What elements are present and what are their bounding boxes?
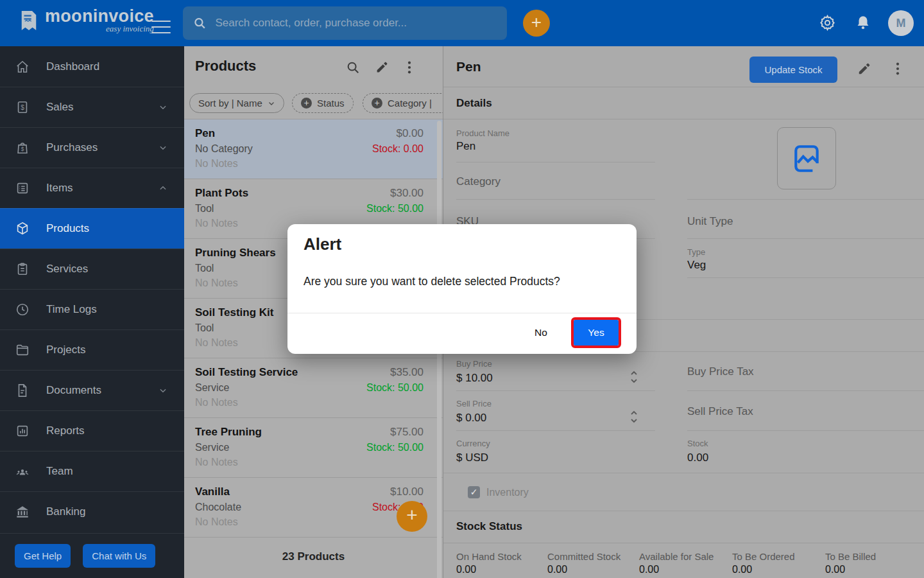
sidebar-item-items[interactable]: Items bbox=[0, 168, 184, 208]
product-name: Plant Pots bbox=[195, 187, 248, 200]
unit-type-field[interactable]: Unit Type bbox=[687, 215, 733, 228]
on-hand-stock-label: On Hand Stock bbox=[456, 551, 522, 562]
chevron-down-icon bbox=[158, 103, 167, 112]
search-icon bbox=[193, 16, 206, 30]
buy-price-value[interactable]: $ 10.00 bbox=[456, 372, 493, 385]
product-category: Chocolate bbox=[195, 502, 241, 513]
document-icon bbox=[15, 383, 30, 398]
sidebar-item-label: Team bbox=[46, 465, 73, 478]
product-row-soil-testing-service[interactable]: Soil Testing Service$35.00 ServiceStock:… bbox=[184, 358, 443, 418]
get-help-button[interactable]: Get Help bbox=[15, 544, 71, 568]
sidebar-item-projects[interactable]: Projects bbox=[0, 329, 184, 370]
status-filter-label: Status bbox=[317, 98, 345, 109]
mooninvoice-logo-icon bbox=[19, 10, 38, 31]
currency-value[interactable]: $ USD bbox=[456, 451, 488, 464]
product-name: Vanilla bbox=[195, 486, 230, 498]
sidebar-item-time-logs[interactable]: Time Logs bbox=[0, 289, 184, 329]
sidebar-item-services[interactable]: Services bbox=[0, 249, 184, 289]
alert-yes-button[interactable]: Yes bbox=[574, 320, 619, 346]
product-category: Service bbox=[195, 382, 229, 394]
sidebar-item-label: Documents bbox=[46, 384, 101, 397]
update-stock-button[interactable]: Update Stock bbox=[749, 57, 837, 83]
product-row-pen[interactable]: Pen$0.00 No CategoryStock: 0.00 No Notes bbox=[184, 119, 443, 179]
sidebar-item-label: Projects bbox=[46, 344, 85, 356]
svg-text:$: $ bbox=[21, 146, 24, 152]
list-edit-pencil-icon[interactable] bbox=[375, 60, 389, 74]
sell-price-value[interactable]: $ 0.00 bbox=[456, 412, 486, 425]
product-stock: Stock: 50.00 bbox=[366, 382, 424, 394]
notifications-bell-icon[interactable] bbox=[855, 14, 871, 31]
sell-price-stepper[interactable] bbox=[629, 409, 638, 425]
alert-title: Alert bbox=[304, 234, 341, 254]
folder-icon bbox=[15, 343, 30, 357]
detail-edit-pencil-icon[interactable] bbox=[857, 62, 871, 76]
sort-by-chip[interactable]: Sort by | Name bbox=[189, 93, 284, 113]
stock-label: Stock bbox=[687, 439, 708, 448]
product-category: Tool bbox=[195, 263, 214, 274]
product-category: Service bbox=[195, 442, 229, 453]
list-more-kebab-icon[interactable] bbox=[407, 60, 411, 74]
sidebar-item-banking[interactable]: Banking bbox=[0, 491, 184, 532]
plus-circle-icon: + bbox=[301, 98, 312, 109]
list-search-icon[interactable] bbox=[346, 60, 360, 74]
to-be-billed-label: To Be Billed bbox=[825, 551, 876, 562]
sidebar-item-documents[interactable]: Documents bbox=[0, 370, 184, 410]
product-row-tree-pruning[interactable]: Tree Pruning$75.00 ServiceStock: 50.00 N… bbox=[184, 418, 443, 478]
team-people-icon bbox=[15, 464, 30, 478]
product-category: Tool bbox=[195, 322, 214, 334]
add-product-fab[interactable]: + bbox=[397, 501, 427, 532]
sidebar-item-sales[interactable]: $ Sales bbox=[0, 87, 184, 127]
alert-message: Are you sure you want to delete selected… bbox=[304, 275, 560, 288]
services-clipboard-icon bbox=[15, 262, 30, 276]
buy-price-label: Buy Price bbox=[456, 359, 492, 369]
sidebar-item-label: Services bbox=[46, 263, 88, 276]
quick-add-button[interactable]: + bbox=[523, 10, 550, 37]
product-name: Tree Pruning bbox=[195, 426, 262, 439]
sales-invoice-icon: $ bbox=[15, 100, 30, 114]
hamburger-menu-icon[interactable] bbox=[151, 16, 171, 38]
sidebar-item-label: Time Logs bbox=[46, 303, 97, 316]
status-filter-chip[interactable]: + Status bbox=[292, 93, 354, 113]
search-input[interactable] bbox=[215, 17, 497, 30]
product-count: 23 Products bbox=[282, 550, 345, 563]
category-field[interactable]: Category bbox=[456, 175, 501, 188]
sidebar-item-label: Reports bbox=[46, 425, 85, 437]
product-stock: Stock: 50.00 bbox=[366, 442, 424, 453]
stock-value: 0.00 bbox=[687, 451, 708, 464]
detail-more-kebab-icon[interactable] bbox=[896, 62, 900, 76]
filter-row: Sort by | Name + Status + Category | bbox=[184, 87, 443, 119]
product-notes: No Notes bbox=[195, 158, 424, 170]
committed-stock-label: Committed Stock bbox=[547, 551, 620, 562]
alert-no-button[interactable]: No bbox=[525, 320, 557, 346]
top-bar: mooninvoice easy invoicing + M bbox=[0, 0, 924, 46]
buy-price-tax-field[interactable]: Buy Price Tax bbox=[687, 365, 754, 378]
settings-gear-icon[interactable] bbox=[819, 14, 836, 31]
product-name: Soil Testing Service bbox=[195, 366, 298, 379]
sidebar-item-dashboard[interactable]: Dashboard bbox=[0, 46, 184, 87]
type-label: Type bbox=[687, 247, 705, 257]
app-logo[interactable]: mooninvoice easy invoicing bbox=[19, 8, 154, 33]
committed-stock-value: 0.00 bbox=[547, 564, 567, 575]
buy-price-stepper[interactable] bbox=[629, 369, 638, 385]
chat-with-us-button[interactable]: Chat with Us bbox=[83, 544, 155, 568]
sidebar-item-purchases[interactable]: $ Purchases bbox=[0, 127, 184, 168]
product-notes: No Notes bbox=[195, 516, 424, 528]
stock-status-section-bar: Stock Status bbox=[443, 511, 924, 543]
user-avatar[interactable]: M bbox=[888, 10, 914, 36]
detail-title: Pen bbox=[456, 59, 481, 74]
image-chart-icon bbox=[791, 143, 823, 175]
global-search[interactable] bbox=[183, 6, 507, 40]
sidebar-item-reports[interactable]: Reports bbox=[0, 410, 184, 451]
sidebar-item-products[interactable]: Products bbox=[0, 208, 184, 249]
items-list-icon bbox=[15, 181, 30, 195]
inventory-checkbox[interactable]: ✓ bbox=[468, 486, 480, 498]
svg-text:$: $ bbox=[21, 104, 24, 111]
sidebar-item-team[interactable]: Team bbox=[0, 451, 184, 491]
category-filter-chip[interactable]: + Category | bbox=[363, 93, 443, 113]
product-category: No Category bbox=[195, 143, 253, 155]
sell-price-tax-field[interactable]: Sell Price Tax bbox=[687, 405, 753, 418]
bar-chart-icon bbox=[15, 424, 30, 438]
product-image-placeholder[interactable] bbox=[777, 127, 836, 189]
sidebar-footer: Get Help Chat with Us bbox=[0, 533, 184, 578]
chevron-down-icon bbox=[158, 143, 167, 152]
